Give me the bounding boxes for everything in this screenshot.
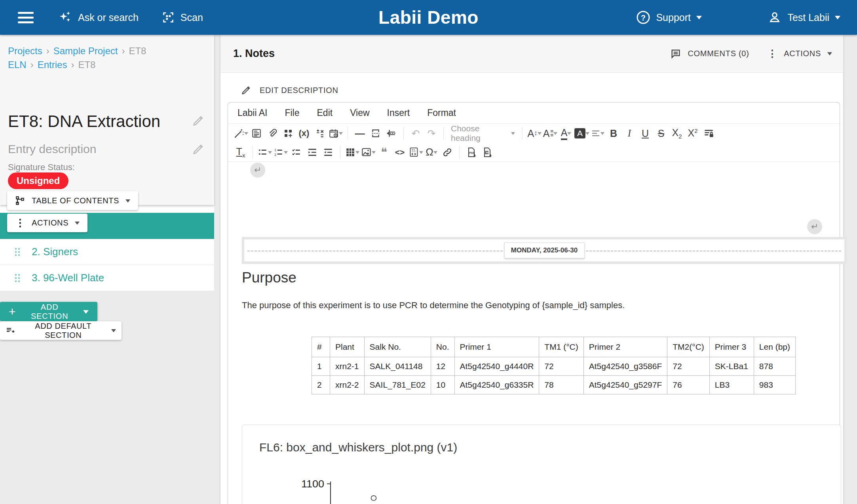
blockquote-button[interactable]: ❝ — [376, 144, 392, 161]
image-upload-icon — [361, 147, 372, 157]
add-section-button[interactable]: + ADD SECTION — [0, 302, 97, 321]
underline-button[interactable]: U — [637, 125, 653, 142]
table-cell: 72 — [539, 357, 583, 376]
comments-button[interactable]: COMMENTS (0) — [670, 48, 749, 59]
section-break-button[interactable] — [384, 125, 399, 142]
edit-description-pencil-icon[interactable] — [192, 142, 205, 156]
figure-card[interactable]: FL6: box_and_whiskers_plot.png (v1) 1100… — [242, 424, 841, 504]
table-header: #PlantSalk No.No.Primer 1TM1 (°C)Primer … — [312, 337, 796, 357]
editor-toolbar-row2: Tx 12 — [228, 143, 840, 162]
menu-labii-ai[interactable]: Labii AI — [238, 108, 267, 118]
export-word-button[interactable]: W — [479, 144, 495, 161]
formula-button[interactable] — [312, 125, 328, 142]
page-break-icon — [371, 128, 381, 138]
purpose-heading: Purpose — [242, 269, 296, 286]
ask-or-search-button[interactable]: Ask or search — [58, 10, 139, 25]
datetime-button[interactable] — [328, 125, 344, 142]
editor-menubar: Labii AI File Edit View Insert Format — [228, 102, 840, 124]
table-of-contents-button[interactable]: TABLE OF CONTENTS — [7, 191, 138, 210]
add-default-section-button[interactable]: ADD DEFAULT SECTION — [0, 321, 122, 340]
outdent-button[interactable] — [320, 144, 336, 161]
insert-link-button[interactable] — [439, 144, 455, 161]
font-background-button[interactable]: A — [574, 125, 590, 142]
insert-paragraph-before-button[interactable]: ↵ — [250, 163, 265, 178]
toc-label: TABLE OF CONTENTS — [32, 196, 119, 205]
font-color-button[interactable]: A — [558, 125, 574, 142]
svg-text:2: 2 — [274, 152, 276, 156]
widgets-button[interactable] — [280, 125, 296, 142]
font-family-button[interactable]: A≡≡ — [542, 125, 558, 142]
strikethrough-button[interactable]: S — [653, 125, 669, 142]
page-break-button[interactable] — [368, 125, 384, 142]
menu-insert[interactable]: Insert — [387, 108, 410, 118]
entry-description-placeholder[interactable]: Entry description — [8, 142, 96, 156]
heading-dropdown[interactable]: Choose heading — [448, 124, 518, 143]
superscript-button[interactable]: X2 — [685, 125, 701, 142]
undo-button[interactable]: ↶ — [408, 125, 424, 142]
todo-list-icon — [291, 147, 302, 157]
breadcrumb-entries[interactable]: Entries — [38, 59, 67, 70]
menu-icon[interactable] — [18, 9, 34, 26]
signature-status-label: Signature Status: — [8, 162, 75, 172]
insert-image-button[interactable] — [360, 144, 376, 161]
insert-paragraph-after-button[interactable]: ↵ — [807, 219, 822, 234]
chevron-down-icon — [567, 132, 571, 137]
support-menu[interactable]: ? Support — [636, 10, 702, 25]
table-cell: SAIL_781_E02 — [364, 376, 431, 394]
scan-button[interactable]: Scan — [162, 11, 203, 24]
chevron-down-icon — [538, 132, 542, 137]
drag-handle-icon[interactable] — [14, 247, 21, 257]
inline-code-button[interactable]: <> — [392, 144, 408, 161]
primers-table: #PlantSalk No.No.Primer 1TM1 (°C)Primer … — [312, 337, 796, 394]
purpose-paragraph: The purpose of this experiment is to use… — [242, 300, 625, 311]
special-characters-button[interactable]: Ω — [424, 144, 439, 161]
export-pdf-button[interactable]: PDF — [464, 144, 479, 161]
menu-view[interactable]: View — [350, 108, 369, 118]
attachment-button[interactable] — [264, 125, 280, 142]
notes-section-panel: 1. Notes COMMENTS (0) ⋮ ACTIONS ED — [220, 35, 843, 504]
numbered-list-button[interactable]: 12 — [273, 144, 289, 161]
subscript-button[interactable]: X2 — [669, 125, 685, 142]
rich-text-editor: Labii AI File Edit View Insert Format — [228, 102, 840, 504]
breadcrumb-sample-project[interactable]: Sample Project — [53, 45, 118, 57]
comments-label: COMMENTS (0) — [688, 49, 749, 58]
breadcrumb: Projects› Sample Project› ET8 — [8, 45, 146, 57]
todo-list-button[interactable] — [289, 144, 304, 161]
breadcrumb-eln[interactable]: ELN — [8, 59, 27, 70]
code-block-button[interactable] — [408, 144, 424, 161]
italic-button[interactable]: I — [621, 125, 637, 142]
redo-button[interactable]: ↷ — [424, 125, 439, 142]
sidebar-item-96-well-plate[interactable]: 3. 96-Well Plate — [0, 265, 214, 291]
user-menu[interactable]: Test Labii — [768, 10, 840, 25]
support-label: Support — [656, 12, 691, 23]
menu-format[interactable]: Format — [427, 108, 456, 118]
variable-button[interactable]: (x) — [296, 125, 312, 142]
horizontal-line-button[interactable]: — — [352, 125, 368, 142]
blockquote-icon: ❝ — [381, 145, 387, 159]
menu-file[interactable]: File — [285, 108, 299, 118]
alignment-button[interactable] — [590, 125, 606, 142]
insert-table-button[interactable] — [344, 144, 360, 161]
menu-edit[interactable]: Edit — [317, 108, 333, 118]
entry-actions-button[interactable]: ⋮ ACTIONS — [7, 214, 87, 232]
edit-description-button[interactable]: EDIT DESCRIPTION — [241, 85, 338, 96]
indent-button[interactable] — [304, 144, 320, 161]
breadcrumb-projects[interactable]: Projects — [8, 45, 42, 57]
section-actions-button[interactable]: ⋮ ACTIONS — [768, 48, 832, 59]
font-size-button[interactable]: A↕ — [526, 125, 542, 142]
sidebar-item-signers[interactable]: 2. Signers — [0, 239, 214, 265]
ai-magic-wand-button[interactable] — [233, 125, 249, 142]
date-divider-widget[interactable]: MONDAY, 2025-06-30 — [242, 237, 847, 264]
outdent-icon — [323, 147, 333, 157]
restricted-editing-button[interactable] — [701, 125, 716, 142]
bulleted-list-button[interactable] — [257, 144, 273, 161]
chevron-down-icon — [244, 132, 248, 137]
template-button[interactable] — [249, 125, 264, 142]
user-label: Test Labii — [787, 12, 829, 23]
edit-title-pencil-icon[interactable] — [192, 114, 205, 127]
drag-handle-icon[interactable] — [14, 273, 21, 283]
toolbar-separator — [340, 146, 340, 159]
bold-button[interactable]: B — [606, 125, 621, 142]
table-cell: 983 — [754, 376, 795, 394]
remove-format-button[interactable]: Tx — [233, 144, 249, 161]
